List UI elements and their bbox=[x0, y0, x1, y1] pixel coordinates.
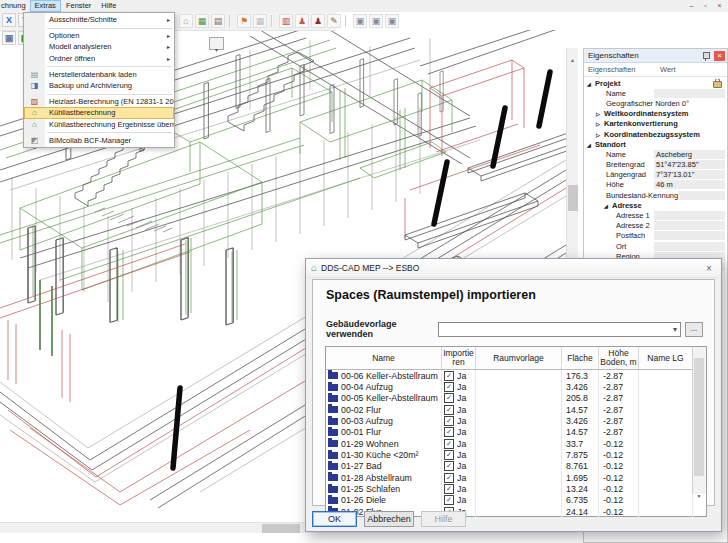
layers-icon[interactable]: ▣ bbox=[2, 31, 16, 45]
menu-item-bimcollab-bcf-manager[interactable]: ◩ BIMcollab BCF-Manager bbox=[24, 134, 174, 146]
view-option-dropdown[interactable] bbox=[209, 37, 224, 50]
table-scroll-thumb[interactable] bbox=[694, 358, 704, 476]
raumvorlage-cell[interactable] bbox=[476, 483, 562, 494]
raumvorlage-cell[interactable] bbox=[476, 506, 562, 517]
menu-item-optionen[interactable]: Optionen bbox=[24, 30, 174, 42]
table-row[interactable]: 01-25 Schlafen Ja 13.24 -0.12 bbox=[326, 483, 706, 494]
table-row[interactable]: 00-03 Aufzug Ja 3.426 -2.87 bbox=[326, 415, 706, 426]
raumvorlage-cell[interactable] bbox=[476, 370, 562, 381]
property-row[interactable]: Name bbox=[584, 88, 727, 98]
vertical-scroll-thumb[interactable] bbox=[568, 185, 578, 211]
property-row[interactable]: Adresse 1 bbox=[584, 210, 727, 220]
browse-button[interactable]: ... bbox=[685, 322, 703, 337]
tree-arrow-icon[interactable]: ◢ bbox=[587, 81, 595, 87]
menu-item-kuehllast-ergebnisse[interactable]: ⌂ Kühllastberechnung Ergebnisse übernehm… bbox=[24, 119, 174, 131]
dialog-close-icon[interactable]: × bbox=[702, 263, 716, 274]
table-scrollbar[interactable] bbox=[692, 347, 706, 494]
home-view-icon[interactable]: ⌂ bbox=[179, 14, 193, 28]
building-template-combobox[interactable] bbox=[438, 322, 681, 337]
menu-item-backup-archivierung[interactable]: ◨ Backup und Archivierung bbox=[24, 80, 174, 92]
list-icon[interactable]: ▤ bbox=[211, 14, 225, 28]
table-row[interactable]: 00-01 Flur Ja 14.57 -2.87 bbox=[326, 427, 706, 438]
import-checkbox[interactable] bbox=[444, 382, 454, 392]
property-row[interactable]: ▷Weltkoordinatensystem bbox=[584, 109, 727, 119]
property-row[interactable]: Breitengrad 51°47'23.85" bbox=[584, 160, 727, 170]
tree-arrow-icon[interactable]: ▷ bbox=[596, 111, 604, 117]
table-row[interactable]: 00-04 Aufzug Ja 3.426 -2.87 bbox=[326, 381, 706, 392]
raumvorlage-cell[interactable] bbox=[476, 495, 562, 506]
import-checkbox[interactable] bbox=[444, 461, 454, 471]
x-constraint-icon[interactable]: X bbox=[2, 13, 16, 27]
cancel-button[interactable]: Abbrechen bbox=[364, 511, 414, 527]
raumvorlage-cell[interactable] bbox=[476, 472, 562, 483]
property-row[interactable]: Ort bbox=[584, 241, 727, 251]
import-checkbox[interactable] bbox=[444, 371, 454, 381]
property-value[interactable] bbox=[654, 221, 725, 230]
table-row[interactable]: 00-05 Keller-Abstellraum Ja 205.8 -2.87 bbox=[326, 393, 706, 404]
menu-partial[interactable]: chnung bbox=[0, 0, 30, 12]
ok-button[interactable]: OK bbox=[312, 511, 357, 527]
raumvorlage-cell[interactable] bbox=[476, 438, 562, 449]
raumvorlage-cell[interactable] bbox=[476, 393, 562, 404]
menu-item-herstellerdatenbank-laden[interactable]: ▤ Herstellerdatenbank laden bbox=[24, 68, 174, 80]
column-header[interactable]: Fläche bbox=[562, 347, 599, 369]
import-checkbox[interactable] bbox=[444, 393, 454, 403]
menu-item-kuehllastberechnung[interactable]: ⌂ Kühllastberechnung bbox=[24, 107, 174, 119]
tree-arrow-icon[interactable]: ◢ bbox=[604, 203, 612, 209]
table-row[interactable]: 00-06 Keller-Abstellraum Ja 176.3 -2.87 bbox=[326, 370, 706, 381]
property-value[interactable] bbox=[630, 140, 725, 149]
column-header[interactable]: Höhe Boden, m bbox=[599, 347, 639, 369]
property-value[interactable]: 51°47'23.85" bbox=[654, 160, 725, 169]
menu-fenster[interactable]: Fenster bbox=[61, 0, 96, 12]
property-value[interactable]: 7°37'13.01" bbox=[654, 170, 725, 179]
table-row[interactable]: 01-28 Abstellraum Ja 1.695 -0.12 bbox=[326, 472, 706, 483]
property-value[interactable] bbox=[654, 231, 725, 240]
menu-extras[interactable]: Extras bbox=[30, 0, 61, 12]
menu-item-modell-analysieren[interactable]: Modell analysieren bbox=[24, 41, 174, 53]
scroll-up-icon[interactable] bbox=[693, 347, 705, 357]
import-checkbox[interactable] bbox=[444, 427, 454, 437]
close-icon[interactable]: × bbox=[714, 51, 725, 61]
import-checkbox[interactable] bbox=[444, 416, 454, 426]
user-icon[interactable]: ♟ bbox=[295, 14, 309, 28]
property-value[interactable] bbox=[654, 89, 725, 98]
property-value[interactable] bbox=[654, 211, 725, 220]
paint-icon[interactable]: ✎ bbox=[327, 14, 341, 28]
scroll-down-icon[interactable] bbox=[693, 484, 705, 494]
scroll-up-icon[interactable] bbox=[567, 48, 578, 59]
property-row[interactable]: ▷Kartenkonvertierung bbox=[584, 119, 727, 129]
tree-arrow-icon[interactable]: ▷ bbox=[596, 121, 604, 127]
property-row[interactable]: Geografischer Norden 0° bbox=[584, 98, 727, 108]
column-header[interactable]: Name bbox=[326, 347, 442, 369]
raumvorlage-cell[interactable] bbox=[476, 415, 562, 426]
inactive-icon[interactable]: ▦ bbox=[253, 14, 267, 28]
raumvorlage-cell[interactable] bbox=[476, 381, 562, 392]
property-row[interactable]: Name Ascheberg bbox=[584, 149, 727, 159]
column-header[interactable]: Name LG bbox=[639, 347, 693, 369]
import-checkbox[interactable] bbox=[444, 473, 454, 483]
property-row[interactable]: Bundesland-Kennung bbox=[584, 190, 727, 200]
property-value[interactable] bbox=[624, 79, 725, 88]
property-value[interactable] bbox=[678, 191, 725, 200]
database-red-icon[interactable]: ▥ bbox=[279, 14, 293, 28]
table-row[interactable]: 01-30 Küche <20m² Ja 7.875 -0.12 bbox=[326, 449, 706, 460]
property-value[interactable] bbox=[704, 130, 725, 139]
column-header[interactable]: Raumvorlage bbox=[476, 347, 562, 369]
import-checkbox[interactable] bbox=[444, 484, 454, 494]
table-row[interactable]: 01-26 Diele Ja 6.735 -0.12 bbox=[326, 495, 706, 506]
menu-item-heizlast-berechnung[interactable]: ▨ Heizlast-Berechnung (EN 12831-1 2017) bbox=[24, 96, 174, 108]
property-value[interactable]: 0° bbox=[680, 99, 725, 108]
menu-item-ordner-oeffnen[interactable]: Ordner öffnen bbox=[24, 53, 174, 65]
table-row[interactable]: 00-02 Flur Ja 14.57 -2.87 bbox=[326, 404, 706, 415]
import-checkbox[interactable] bbox=[444, 495, 454, 505]
window-tile-icon[interactable]: ▣ bbox=[353, 14, 367, 28]
import-checkbox[interactable] bbox=[444, 450, 454, 460]
raumvorlage-cell[interactable] bbox=[476, 427, 562, 438]
table-row[interactable]: 01-29 Wohnen Ja 33.7 -0.12 bbox=[326, 438, 706, 449]
table-row[interactable]: 01-27 Bad Ja 8.761 -0.12 bbox=[326, 461, 706, 472]
property-value[interactable]: Ascheberg bbox=[654, 150, 725, 159]
raumvorlage-cell[interactable] bbox=[476, 404, 562, 415]
user-dark-icon[interactable]: ♟ bbox=[311, 14, 325, 28]
image-icon[interactable]: ▦ bbox=[195, 14, 209, 28]
restore-button[interactable]: ▫ bbox=[701, 1, 710, 11]
